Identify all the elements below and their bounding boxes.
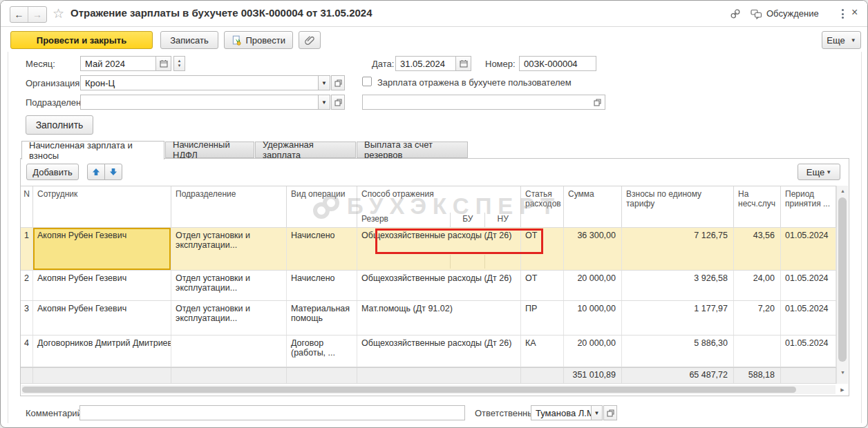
- table-row[interactable]: 2 Акопян Рубен Гезевич Отдел установки и…: [21, 271, 836, 301]
- responsible-input[interactable]: Туманова Л.М.: [531, 405, 592, 420]
- col-header-expense-item: Статья расходов: [521, 186, 564, 227]
- organization-open-button[interactable]: [331, 75, 345, 90]
- table-row[interactable]: 3 Акопян Рубен Гезевич Отдел установки и…: [21, 301, 836, 335]
- col-header-department: Подразделение: [171, 186, 287, 227]
- chevron-down-icon: ▼: [321, 80, 327, 86]
- calendar-icon: [460, 59, 468, 68]
- link-icon: [730, 8, 741, 19]
- arrow-up-icon: [92, 168, 100, 176]
- open-list-icon: [607, 409, 614, 417]
- col-header-bu: БУ: [450, 213, 484, 227]
- page-title: Отражение зарплаты в бухучете 00ЗК-00000…: [70, 7, 372, 19]
- document-window: ← → ☆ Отражение зарплаты в бухучете 00ЗК…: [0, 0, 868, 428]
- comment-input[interactable]: [79, 405, 465, 420]
- reflected-in-accounting-label: Зарплата отражена в бухучете пользовател…: [377, 77, 572, 88]
- grid-panel: Добавить Еще▼ N Сотрудник Подразделение …: [20, 158, 849, 396]
- grid-more-button[interactable]: Еще▼: [798, 164, 840, 180]
- tab-withheld-salary[interactable]: Удержанная зарплата: [255, 142, 356, 158]
- horizontal-scrollbar[interactable]: [21, 385, 836, 394]
- reflected-in-accounting-checkbox[interactable]: [362, 77, 372, 86]
- number-label: Номер:: [485, 59, 516, 69]
- move-row-down-button[interactable]: [104, 164, 122, 180]
- department-dropdown-button[interactable]: ▼: [318, 95, 330, 110]
- post-button[interactable]: Провести: [224, 31, 293, 49]
- scroll-down-icon[interactable]: ▼: [837, 368, 849, 378]
- discussion-button[interactable]: [749, 8, 763, 20]
- organization-label: Организация:: [26, 78, 82, 88]
- method-subcells: [357, 255, 520, 269]
- post-document-icon: [232, 35, 241, 46]
- organization-input[interactable]: Крон-Ц: [80, 75, 319, 90]
- responsible-open-button[interactable]: [603, 405, 617, 420]
- table-row[interactable]: 4 Договорников Дмитрий Дмитриевич Догово…: [21, 335, 836, 367]
- title-bar: ← → ☆ Отражение зарплаты в бухучете 00ЗК…: [1, 1, 867, 27]
- fill-button[interactable]: Заполнить: [26, 115, 93, 135]
- tab-accrued-salary[interactable]: Начисленная зарплата и взносы: [21, 141, 164, 159]
- discussion-bubbles-icon: [751, 9, 762, 19]
- total-accident: 588,18: [734, 368, 781, 383]
- col-header-operation: Вид операции: [287, 186, 357, 227]
- open-list-icon: [334, 79, 342, 87]
- date-input[interactable]: 31.05.2024: [395, 56, 456, 71]
- date-calendar-button[interactable]: [455, 56, 471, 71]
- chevron-down-icon: ▼: [851, 37, 856, 43]
- toolbar-more-button[interactable]: Еще▼: [822, 31, 861, 49]
- favorite-star-icon[interactable]: ☆: [53, 6, 64, 21]
- post-and-close-button[interactable]: Провести и закрыть: [10, 31, 153, 49]
- department-input[interactable]: [80, 95, 319, 110]
- arrow-down-icon: [109, 168, 117, 176]
- col-header-n: N: [21, 186, 33, 227]
- totals-row: 351 010,89 65 487,72 588,18: [21, 367, 836, 384]
- vertical-scroll-thumb[interactable]: [838, 197, 847, 362]
- close-button[interactable]: ×: [851, 6, 858, 19]
- col-header-unified-tariff: Взносы по единому тарифу: [622, 186, 734, 227]
- col-header-amount: Сумма: [564, 186, 622, 227]
- responsible-dropdown-button[interactable]: ▼: [591, 405, 603, 420]
- col-header-reserve: Резерв: [357, 213, 450, 227]
- col-header-method: Способ отражения Резерв БУ НУ: [357, 186, 521, 227]
- col-header-period: Период принятия ...: [781, 186, 836, 227]
- organization-dropdown-button[interactable]: ▼: [318, 75, 330, 90]
- month-input[interactable]: Май 2024: [80, 56, 156, 71]
- month-label: Месяц:: [26, 59, 55, 69]
- back-button[interactable]: ←: [10, 7, 28, 22]
- extra-field-open-button[interactable]: [590, 95, 604, 109]
- paperclip-icon: [305, 35, 314, 46]
- get-link-button[interactable]: [728, 8, 742, 20]
- calendar-icon: [160, 59, 168, 68]
- number-input[interactable]: 00ЗК-000004: [519, 56, 596, 71]
- forward-button[interactable]: →: [28, 7, 46, 22]
- kebab-menu-button[interactable]: [838, 8, 847, 19]
- total-amount: 351 010,89: [564, 368, 622, 383]
- discussion-label[interactable]: Обсуждение: [766, 8, 819, 19]
- scroll-right-icon[interactable]: ▶: [838, 385, 847, 394]
- attachments-button[interactable]: [299, 31, 321, 49]
- extra-field-input[interactable]: [362, 95, 605, 110]
- month-spinner[interactable]: ▲ ▼: [173, 56, 185, 71]
- open-list-icon: [334, 99, 342, 106]
- grid-header-row: N Сотрудник Подразделение Вид операции С…: [21, 186, 836, 228]
- chevron-down-icon: ▼: [321, 99, 327, 106]
- open-list-icon: [594, 99, 601, 106]
- save-button[interactable]: Записать: [160, 31, 218, 49]
- nav-history-group: ← →: [10, 6, 47, 23]
- chevron-down-icon: ▼: [826, 169, 831, 175]
- horizontal-scroll-thumb[interactable]: [22, 387, 796, 393]
- form-left-border: [8, 52, 8, 423]
- total-unified-tariff: 65 487,72: [622, 368, 734, 383]
- tab-accrued-ndfl[interactable]: Начисленный НДФЛ: [165, 142, 254, 158]
- move-row-up-button[interactable]: [87, 164, 105, 180]
- vertical-scrollbar[interactable]: ▲ ▼: [836, 186, 848, 384]
- table-row[interactable]: 1 Акопян Рубен Гезевич Отдел установки и…: [21, 228, 836, 271]
- col-header-employee: Сотрудник: [33, 186, 171, 227]
- scroll-up-icon[interactable]: ▲: [837, 186, 849, 196]
- selected-cell[interactable]: Акопян Рубен Гезевич: [33, 228, 171, 270]
- tab-reserve-payment[interactable]: Выплата за счет резервов: [357, 142, 468, 158]
- forward-arrow-icon: →: [32, 9, 42, 20]
- spinner-up-icon: ▲: [178, 59, 182, 64]
- chevron-down-icon: ▼: [594, 410, 600, 416]
- department-open-button[interactable]: [331, 95, 345, 110]
- month-calendar-button[interactable]: [155, 56, 171, 71]
- salary-grid: N Сотрудник Подразделение Вид операции С…: [21, 186, 836, 384]
- add-row-button[interactable]: Добавить: [26, 164, 79, 180]
